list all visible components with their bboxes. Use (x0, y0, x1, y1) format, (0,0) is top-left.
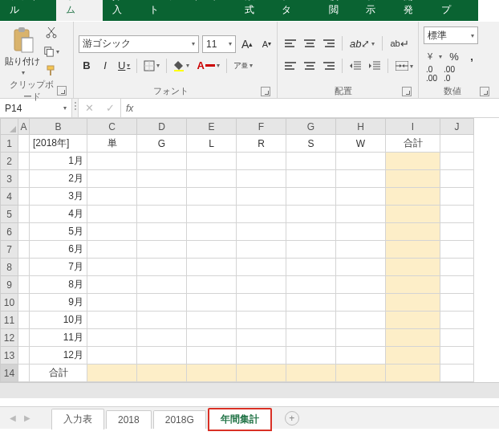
col-header[interactable]: B (30, 119, 87, 135)
cell[interactable]: R (237, 135, 286, 153)
cell[interactable]: [2018年] (30, 135, 87, 153)
cell[interactable]: G (137, 135, 187, 153)
orientation-button[interactable]: ab⤢▾ (347, 35, 377, 52)
col-header[interactable]: D (137, 119, 187, 135)
align-top-button[interactable] (282, 35, 298, 52)
format-painter-button[interactable] (43, 63, 59, 79)
font-color-button[interactable]: A▾ (194, 57, 221, 75)
cell[interactable] (18, 135, 30, 153)
tab-insert[interactable]: 挿入 (103, 0, 140, 21)
col-header[interactable]: F (237, 119, 286, 135)
cell[interactable]: 6月 (30, 241, 87, 259)
cancel-formula-button[interactable]: ✕ (79, 100, 99, 117)
row-header[interactable]: 12 (1, 329, 18, 347)
tab-pagelayout[interactable]: ページ レイアウト (140, 0, 234, 21)
align-middle-button[interactable] (302, 35, 318, 52)
tab-file[interactable]: ファイル (0, 0, 56, 21)
tab-home[interactable]: ホーム (56, 0, 103, 21)
name-box[interactable]: P14▾ (0, 99, 72, 117)
paste-button[interactable]: 貼り付け ▾ (5, 26, 40, 76)
merge-button[interactable]: ▾ (393, 57, 416, 75)
font-size-select[interactable]: 11▾ (202, 35, 236, 53)
cell[interactable]: 11月 (30, 329, 87, 347)
sheet-tab[interactable]: 入力表 (51, 409, 104, 430)
sheet-nav-next[interactable]: ▶ (21, 413, 34, 422)
new-sheet-button[interactable]: + (285, 411, 299, 426)
cell[interactable]: 5月 (30, 223, 87, 241)
col-header[interactable]: H (336, 119, 386, 135)
col-header[interactable]: C (87, 119, 137, 135)
cell[interactable]: L (187, 135, 237, 153)
italic-button[interactable]: I (97, 57, 113, 75)
sheet-tab[interactable]: 2018G (153, 410, 206, 429)
tab-developer[interactable]: 開発 (394, 0, 432, 21)
copy-button[interactable]: ▾ (43, 43, 59, 59)
cell[interactable]: W (336, 135, 386, 153)
fx-icon[interactable]: fx (121, 99, 138, 117)
dialog-launcher-clipboard[interactable] (57, 86, 67, 96)
cell[interactable]: 10月 (30, 312, 87, 329)
increase-decimal-button[interactable]: .0.00 (424, 65, 440, 83)
row-header[interactable]: 3 (1, 170, 18, 188)
decrease-decimal-button[interactable]: .00.0 (441, 65, 457, 83)
row-header[interactable]: 7 (1, 241, 18, 259)
align-left-button[interactable] (282, 57, 298, 75)
cell[interactable]: 1月 (30, 153, 87, 170)
cell[interactable]: 8月 (30, 276, 87, 294)
cell[interactable]: 合計 (30, 365, 87, 382)
align-bottom-button[interactable] (321, 35, 337, 52)
cell[interactable]: S (286, 135, 336, 153)
borders-button[interactable]: ▾ (141, 57, 162, 75)
increase-indent-button[interactable] (367, 57, 383, 75)
cell[interactable]: 12月 (30, 347, 87, 365)
col-header[interactable]: G (286, 119, 336, 135)
row-header[interactable]: 13 (1, 347, 18, 365)
dialog-launcher-align[interactable] (402, 87, 412, 96)
row-header[interactable]: 10 (1, 294, 18, 312)
cell[interactable] (440, 135, 474, 153)
tab-formulas[interactable]: 数式 (235, 0, 273, 21)
sheet-tab[interactable]: 2018 (106, 410, 152, 429)
col-header[interactable]: E (187, 119, 237, 135)
tab-help[interactable]: ヘルプ (432, 0, 478, 21)
accounting-format-button[interactable]: ¥▾ (424, 47, 444, 65)
percent-button[interactable]: % (446, 47, 462, 65)
cell[interactable]: 2月 (30, 170, 87, 188)
bold-button[interactable]: B (79, 57, 95, 75)
enter-formula-button[interactable]: ✓ (99, 100, 120, 117)
cell[interactable]: 合計 (386, 135, 440, 153)
row-header[interactable]: 8 (1, 259, 18, 276)
select-all-button[interactable] (1, 119, 18, 135)
cell[interactable]: 7月 (30, 259, 87, 276)
font-name-select[interactable]: 游ゴシック▾ (79, 35, 199, 53)
dialog-launcher-number[interactable] (480, 87, 489, 96)
align-center-button[interactable] (302, 57, 318, 75)
tab-view[interactable]: 表示 (356, 0, 394, 21)
col-header[interactable]: I (386, 119, 440, 135)
fill-color-button[interactable]: ▾ (171, 57, 192, 75)
row-header[interactable]: 9 (1, 276, 18, 294)
row-header[interactable]: 6 (1, 223, 18, 241)
cell[interactable]: 3月 (30, 188, 87, 206)
decrease-font-button[interactable]: A▾ (258, 35, 274, 53)
col-header[interactable]: A (18, 119, 30, 135)
tab-data[interactable]: データ (272, 0, 318, 21)
dialog-launcher-font[interactable] (261, 87, 270, 96)
cell[interactable]: 9月 (30, 294, 87, 312)
decrease-indent-button[interactable] (347, 57, 363, 75)
cell[interactable]: 4月 (30, 206, 87, 223)
row-header[interactable]: 1 (1, 135, 18, 153)
sheet-nav-prev[interactable]: ◀ (6, 413, 19, 422)
row-header[interactable]: 2 (1, 153, 18, 170)
formula-input[interactable] (138, 99, 499, 117)
cell[interactable]: 単 (87, 135, 137, 153)
row-header[interactable]: 5 (1, 206, 18, 223)
number-format-select[interactable]: 標準▾ (424, 26, 478, 44)
col-header[interactable]: J (440, 119, 474, 135)
increase-font-button[interactable]: A▴ (239, 35, 255, 53)
tell-me-icon[interactable] (478, 4, 491, 17)
phonetic-button[interactable]: ア亜▾ (231, 57, 255, 75)
formula-bar-splitter[interactable] (72, 99, 79, 117)
row-header[interactable]: 4 (1, 188, 18, 206)
underline-button[interactable]: U▾ (116, 57, 132, 75)
